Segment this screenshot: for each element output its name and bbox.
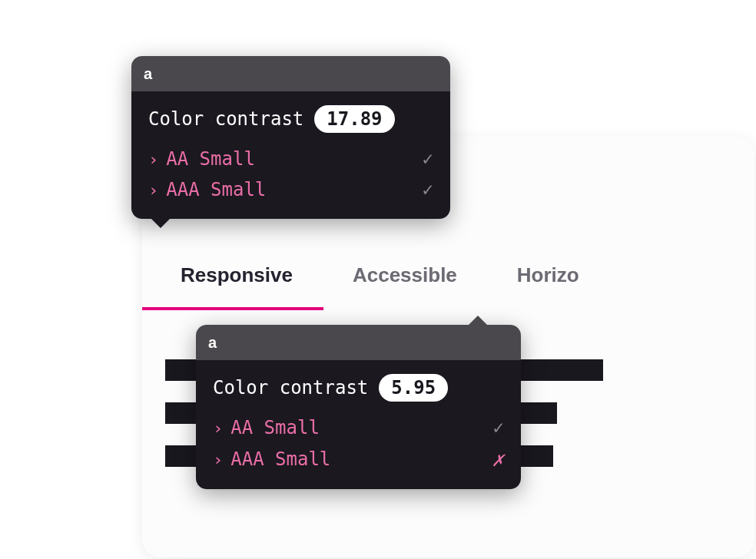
contrast-check-row[interactable]: › AAA Small ✗: [213, 443, 504, 475]
contrast-value-badge: 5.95: [379, 374, 448, 402]
tooltip-arrow-icon: [151, 219, 170, 228]
chevron-right-icon: ›: [213, 450, 223, 469]
tooltip-header: a: [131, 56, 450, 91]
active-tab-underline: [142, 307, 323, 310]
contrast-check-row[interactable]: › AA Small ✓: [148, 144, 433, 174]
tab-horizontal[interactable]: Horizo: [517, 263, 579, 309]
contrast-label: Color contrast: [148, 108, 303, 130]
chevron-right-icon: ›: [148, 150, 158, 169]
chevron-right-icon: ›: [148, 180, 158, 200]
tooltip-body: Color contrast 17.89 › AA Small ✓ › AAA …: [131, 91, 450, 219]
check-label: AA Small: [166, 148, 255, 170]
contrast-value-badge: 17.89: [314, 105, 394, 133]
contrast-check-row[interactable]: › AAA Small ✓: [148, 174, 433, 205]
chevron-right-icon: ›: [213, 418, 223, 438]
check-label: AAA Small: [166, 179, 266, 200]
cross-icon: ✗: [492, 448, 504, 471]
tabs-row: Responsive Accessible Horizo: [142, 263, 754, 309]
tooltip-body: Color contrast 5.95 › AA Small ✓ › AAA S…: [196, 360, 521, 489]
contrast-tooltip-2: a Color contrast 5.95 › AA Small ✓ › AAA…: [196, 325, 521, 489]
contrast-label: Color contrast: [213, 377, 368, 399]
tooltip-arrow-icon: [469, 316, 487, 325]
contrast-tooltip-1: a Color contrast 17.89 › AA Small ✓ › AA…: [131, 56, 450, 219]
checkmark-icon: ✓: [423, 148, 433, 170]
tab-responsive[interactable]: Responsive: [181, 263, 293, 309]
checkmark-icon: ✓: [423, 179, 433, 200]
element-letter: a: [208, 334, 217, 352]
tooltip-header: a: [196, 325, 521, 360]
contrast-row: Color contrast 5.95: [213, 374, 504, 402]
checkmark-icon: ✓: [493, 417, 504, 438]
check-label: AA Small: [230, 417, 320, 438]
contrast-check-row[interactable]: › AA Small ✓: [213, 412, 504, 443]
tab-accessible[interactable]: Accessible: [353, 263, 457, 309]
check-label: AAA Small: [230, 448, 330, 470]
element-letter: a: [144, 65, 152, 83]
contrast-row: Color contrast 17.89: [148, 105, 433, 133]
